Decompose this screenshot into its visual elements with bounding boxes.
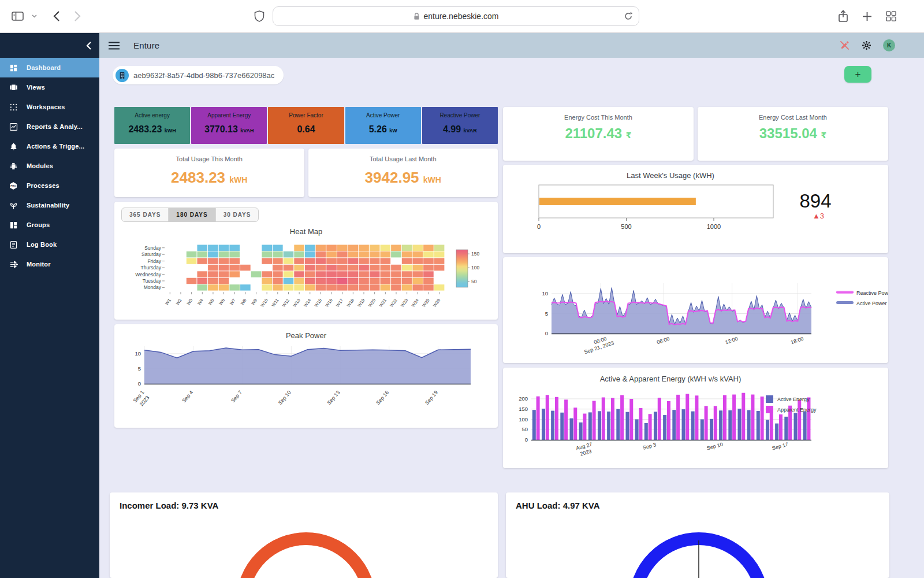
sidebar-collapse-icon[interactable]	[86, 42, 91, 50]
svg-text:Thursday: Thursday	[141, 265, 162, 271]
svg-text:200: 200	[519, 395, 528, 402]
tab-180-days[interactable]: 180 DAYS	[169, 208, 215, 221]
browser-chrome: enture.nebeskie.com	[0, 0, 924, 33]
summary-card-total-usage-last-month: Total Usage Last Month3942.95 kWH	[308, 149, 498, 197]
heatmap-title: Heat Map	[114, 227, 498, 236]
sidebar-item-views[interactable]: Views	[0, 77, 99, 97]
svg-text:Tuesday: Tuesday	[143, 278, 162, 284]
refresh-icon[interactable]	[624, 12, 633, 21]
back-button[interactable]	[53, 10, 60, 22]
tab-365-days[interactable]: 365 DAYS	[122, 208, 169, 221]
sidebar-item-label: Modules	[27, 162, 53, 169]
legend-active-power[interactable]: Active Power	[836, 301, 887, 306]
sidebar-item-modules[interactable]: Modules	[0, 156, 99, 176]
svg-text:10: 10	[542, 290, 548, 297]
menu-icon[interactable]	[109, 42, 120, 50]
sidebar-item-label: Groups	[27, 221, 50, 228]
legend-apparent-energy[interactable]: Apparent Energy	[766, 406, 817, 413]
new-tab-icon[interactable]	[862, 12, 872, 21]
cost-cards-row: Energy Cost This Month21107.43 ₹Energy C…	[503, 107, 888, 161]
svg-text:W8: W8	[240, 298, 248, 306]
add-widget-button[interactable]: +	[844, 66, 871, 83]
ahu-load-title: AHU Load: 4.97 KVA	[516, 501, 600, 510]
sidebar-item-workspaces[interactable]: Workspaces	[0, 97, 99, 117]
svg-text:100: 100	[471, 265, 479, 271]
svg-text:W19: W19	[356, 298, 366, 308]
sidebar-item-actions-trigge[interactable]: Actions & Trigge...	[0, 136, 99, 156]
sidebar-item-label: Reports & Analy...	[27, 123, 83, 130]
sidebar-item-groups[interactable]: Groups	[0, 215, 99, 235]
sidebar-item-dashboard[interactable]: Dashboard	[0, 58, 99, 77]
energy-bars-card: Active & Apparent Energy (kWH v/s kVAH) …	[503, 368, 888, 468]
chevron-down-icon[interactable]	[32, 14, 37, 18]
screen: enture.nebeskie.com DashboardView	[0, 0, 924, 578]
tile-label: Power Factor	[289, 112, 323, 118]
svg-text:W5: W5	[207, 298, 215, 306]
modules-icon	[9, 162, 18, 171]
svg-text:1000: 1000	[707, 223, 721, 230]
sidebar-item-log-book[interactable]: Log Book	[0, 235, 99, 254]
metric-tile-reactive-power: Reactive Power4.99 kVAR	[422, 107, 498, 144]
tile-label: Active energy	[135, 112, 170, 118]
sidebar-item-label: Processes	[27, 182, 59, 189]
svg-text:W26: W26	[432, 298, 441, 308]
device-id-chip[interactable]: aeb9632f-8a57-4dbd-98b6-737e662098ac	[113, 66, 284, 84]
sidebar-item-label: Log Book	[27, 241, 57, 248]
tile-label: Apparent Energy	[207, 112, 251, 118]
logbook-icon	[9, 240, 18, 249]
settings-gear-icon[interactable]	[861, 40, 872, 51]
sidebar-item-processes[interactable]: PROProcesses	[0, 176, 99, 195]
svg-text:10: 10	[135, 350, 141, 357]
forward-button[interactable]	[74, 10, 81, 22]
sidebar-nav: DashboardViewsWorkspacesReports & Analy.…	[0, 58, 99, 274]
svg-text:Friday: Friday	[147, 258, 161, 264]
tile-value: 4.99 kVAR	[443, 124, 477, 135]
workspaces-icon	[9, 103, 18, 112]
svg-text:Sunday: Sunday	[144, 245, 162, 251]
svg-text:Sep 4: Sep 4	[181, 390, 194, 403]
heatmap-range-tabs: 365 DAYS180 DAYS30 DAYS	[121, 208, 259, 222]
avatar[interactable]: K	[883, 39, 895, 51]
legend-reactive-power[interactable]: Reactive Power	[836, 290, 888, 296]
peak-power-chart: 0510Sep 12023Sep 4Sep 7Sep 10Sep 13Sep 1…	[114, 342, 498, 428]
power-timeseries-card: 051000:00Sep 21, 202306:0012:0018:00Reac…	[503, 257, 888, 363]
incomer-load-card: Incomer Load: 9.73 KVA	[110, 492, 498, 578]
metric-tile-apparent-energy: Apparent Energy3770.13 kVAH	[191, 107, 267, 144]
sidebar-item-monitor[interactable]: Monitor	[0, 254, 99, 274]
summary-card-energy-cost-this-month: Energy Cost This Month21107.43 ₹	[503, 107, 694, 161]
sidebar-item-reports-analy[interactable]: Reports & Analy...	[0, 117, 99, 136]
tab-overview-icon[interactable]	[886, 11, 896, 21]
svg-text:Sep 10: Sep 10	[706, 442, 724, 451]
summary-card-energy-cost-last-month: Energy Cost Last Month33515.04 ₹	[698, 107, 888, 161]
share-icon[interactable]	[838, 10, 848, 23]
svg-text:Sep 10: Sep 10	[277, 390, 292, 406]
svg-text:Sep 16: Sep 16	[375, 390, 390, 406]
url-bar[interactable]: enture.nebeskie.com	[273, 6, 639, 26]
sidebar-toggle-icon[interactable]	[12, 12, 24, 21]
privacy-shield-icon[interactable]	[254, 10, 264, 23]
svg-text:W10: W10	[260, 298, 269, 308]
sidebar-item-label: Sustainability	[27, 202, 69, 209]
sidebar-item-sustainability[interactable]: Sustainability	[0, 195, 99, 215]
tile-value: 2483.23 kWH	[128, 124, 176, 135]
svg-text:12:00: 12:00	[724, 336, 739, 345]
svg-text:W20: W20	[367, 298, 377, 308]
summary-card-value: 21107.43 ₹	[565, 125, 631, 142]
tab-30-days[interactable]: 30 DAYS	[216, 208, 259, 221]
summary-card-label: Total Usage This Month	[176, 155, 243, 162]
legend-active-energy[interactable]: Active Energy	[766, 395, 810, 403]
summary-card-value: 33515.04 ₹	[759, 125, 827, 142]
summary-card-value: 2483.23 kWH	[171, 169, 247, 187]
lock-icon	[413, 13, 420, 20]
heatmap-chart: SundaySaturdayFridayThursdayWednesdayTue…	[114, 236, 498, 320]
metric-tiles: Active energy2483.23 kWHApparent Energy3…	[114, 107, 498, 144]
svg-text:Saturday: Saturday	[141, 251, 162, 257]
svg-text:5: 5	[138, 365, 141, 372]
svg-text:150: 150	[519, 406, 528, 412]
edit-off-icon[interactable]	[839, 40, 850, 51]
svg-text:W25: W25	[421, 298, 430, 308]
sustainability-icon	[9, 201, 18, 210]
svg-text:PRO: PRO	[10, 184, 16, 187]
app-header: Enture K	[99, 33, 924, 58]
tile-value: 5.26 kW	[369, 124, 397, 135]
